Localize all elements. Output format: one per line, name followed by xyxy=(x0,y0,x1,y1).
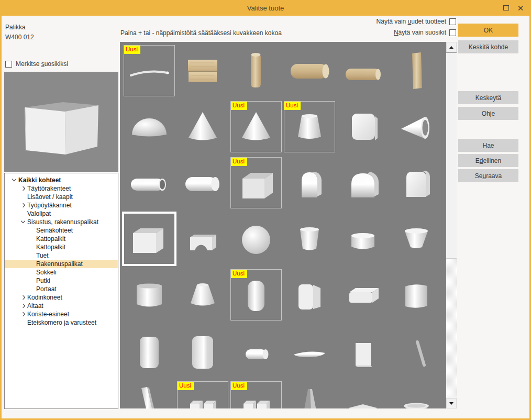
product-thumbnail-taper-narrow-bottom[interactable] xyxy=(284,214,335,264)
product-thumbnail-wood-log-horizontal[interactable] xyxy=(284,46,335,96)
product-thumbnail-cube[interactable]: Uusi xyxy=(231,158,281,208)
mark-favorite-checkbox[interactable] xyxy=(5,61,12,68)
filter-favorites-checkbox[interactable] xyxy=(449,29,456,36)
tree-item-portaat[interactable]: Portaat xyxy=(5,285,118,293)
product-thumbnail-cone[interactable]: Uusi xyxy=(231,102,281,152)
product-thumbnail-curved-panel[interactable] xyxy=(391,270,441,320)
tree-item-lisäovet-kaapit[interactable]: Lisäovet / kaapit xyxy=(5,193,118,201)
close-button[interactable]: ✕ xyxy=(513,0,528,16)
scrollbar-track[interactable] xyxy=(446,259,457,398)
product-thumbnail-sphere[interactable] xyxy=(231,214,281,264)
seuraava-button[interactable]: Seuraava xyxy=(458,169,518,182)
product-thumbnail-flat-disc[interactable] xyxy=(284,326,335,376)
product-thumbnail-cylinder-short[interactable] xyxy=(338,214,388,264)
expander-open-icon[interactable] xyxy=(11,178,18,183)
product-thumbnail-twin-boxes[interactable]: Uusi xyxy=(231,382,281,408)
tree-item-altaat[interactable]: Altaat xyxy=(5,302,118,310)
scroll-up-button[interactable] xyxy=(446,42,457,52)
filter-new-checkbox[interactable] xyxy=(449,18,456,25)
tree-item-täyttörakenteet[interactable]: Täyttörakenteet xyxy=(5,184,118,193)
product-thumbnail-flowerpot[interactable]: Uusi xyxy=(284,102,335,152)
expander-open-icon[interactable] xyxy=(20,219,27,225)
product-thumbnail-curved-rail[interactable]: Uusi xyxy=(124,46,174,96)
tree-item-eteiskomero-ja-varusteet[interactable]: Eteiskomero ja varusteet xyxy=(5,318,118,327)
product-thumbnail-rounded-box-vertical[interactable] xyxy=(284,270,335,320)
keskita-kohde-button[interactable]: Keskitä kohde xyxy=(458,40,518,53)
maximize-button[interactable] xyxy=(499,0,513,16)
product-thumbnail-arch-block-narrow[interactable] xyxy=(284,158,335,208)
product-thumbnail-rounded-prism-tall[interactable] xyxy=(124,326,174,376)
expander-closed-icon[interactable] xyxy=(20,203,27,208)
product-thumbnail-inverted-pyramid-flat[interactable] xyxy=(338,382,388,408)
arch-block-wide-icon xyxy=(338,158,388,208)
tree-item-label: Rakennuspalikat xyxy=(36,260,83,268)
product-thumbnail-arch-block-wide[interactable] xyxy=(338,158,388,208)
product-thumbnail-wood-board-vertical[interactable] xyxy=(391,46,441,96)
hae-button[interactable]: Hae xyxy=(458,139,518,152)
ohje-button[interactable]: Ohje xyxy=(458,107,518,120)
product-thumbnail-rounded-prism-wide[interactable] xyxy=(178,326,228,376)
edellinen-button[interactable]: Edellinen xyxy=(458,154,518,167)
tree-item-label: Tuet xyxy=(36,252,49,259)
product-thumbnail-pill-horizontal[interactable] xyxy=(231,326,281,376)
rounded-box-horizontal-icon xyxy=(338,270,388,320)
tree-item-koriste-esineet[interactable]: Koriste-esineet xyxy=(5,310,118,318)
tree-item-tuet[interactable]: Tuet xyxy=(5,251,118,260)
product-thumbnail-twin-boxes[interactable]: Uusi xyxy=(178,382,228,408)
tree-item-työpöytäkannet[interactable]: Työpöytäkannet xyxy=(5,201,118,209)
product-preview xyxy=(4,72,118,172)
product-thumbnail-cylinder-wide[interactable] xyxy=(124,270,174,320)
selected-product-label: Palikka W400 012 xyxy=(5,23,34,42)
tree-item-label: Valolipat xyxy=(27,210,51,217)
product-thumbnail-tube-open[interactable] xyxy=(124,158,174,208)
tree-item-sokkeli[interactable]: Sokkeli xyxy=(5,268,118,277)
tree-item-kattopalkit[interactable]: Kattopalkit xyxy=(5,243,118,251)
product-thumbnail-taper-wide-top[interactable] xyxy=(391,214,441,264)
product-thumbnail-rounded-slab[interactable] xyxy=(338,102,388,152)
expander-closed-icon[interactable] xyxy=(20,312,27,317)
expander-placeholder xyxy=(29,261,36,267)
sphere-icon xyxy=(231,214,281,264)
product-thumbnail-cylinder-horizontal[interactable] xyxy=(178,158,228,208)
tree-item-kaikki-kohteet[interactable]: Kaikki kohteet xyxy=(5,176,118,184)
tree-item-sisustus-rakennuspalikat[interactable]: Sisustus, rakennuspalikat xyxy=(5,218,118,226)
product-thumbnail-wood-log-vertical[interactable] xyxy=(231,46,281,96)
keskeyta-button[interactable]: Keskeytä xyxy=(458,91,518,104)
product-thumbnail-box[interactable] xyxy=(124,214,174,264)
tree-item-rakennuspalikat[interactable]: Rakennuspalikat xyxy=(5,260,118,268)
product-thumbnail-lampshade[interactable] xyxy=(178,270,228,320)
product-thumbnail-thin-rod-diagonal[interactable] xyxy=(391,326,441,376)
product-thumbnail-funnel-right[interactable] xyxy=(391,102,441,152)
ok-button[interactable]: OK xyxy=(458,24,518,37)
product-thumbnail-plank-diagonal[interactable] xyxy=(124,382,174,408)
tree-item-valolipat[interactable]: Valolipat xyxy=(5,209,118,218)
product-grid: UusiUusiUusiUusiUusiUusiUusi xyxy=(120,42,446,408)
product-thumbnail-rounded-box-horizontal[interactable] xyxy=(338,270,388,320)
tree-item-seinäkohteet[interactable]: Seinäkohteet xyxy=(5,226,118,235)
product-thumbnail-wood-planks[interactable] xyxy=(178,46,228,96)
tree-item-kattopalkit[interactable]: Kattopalkit xyxy=(5,235,118,243)
grid-scrollbar[interactable] xyxy=(446,42,457,408)
tree-item-putki[interactable]: Putki xyxy=(5,277,118,285)
tree-item-kodinkoneet[interactable]: Kodinkoneet xyxy=(5,293,118,302)
product-thumbnail-cylinder-vertical[interactable]: Uusi xyxy=(231,270,281,320)
new-product-badge: Uusi xyxy=(231,382,247,390)
product-thumbnail-inverted-cone[interactable] xyxy=(391,382,441,408)
product-thumbnail-bridge-arch[interactable] xyxy=(178,214,228,264)
product-thumbnail-wood-log-half[interactable] xyxy=(338,46,388,96)
product-thumbnail-cone[interactable] xyxy=(178,102,228,152)
product-thumbnail-wedge-tall[interactable] xyxy=(284,382,335,408)
new-product-badge: Uusi xyxy=(124,46,140,54)
expander-placeholder xyxy=(20,320,27,325)
expander-closed-icon[interactable] xyxy=(20,186,27,191)
scroll-down-button[interactable] xyxy=(446,398,457,408)
expander-closed-icon[interactable] xyxy=(20,303,27,308)
icon-size-hint: Paina + tai - näppäimistöltä säätääksesi… xyxy=(120,29,282,37)
product-thumbnail-flat-panel[interactable] xyxy=(338,326,388,376)
product-thumbnail-dome[interactable] xyxy=(124,102,174,152)
product-thumbnail-rounded-top-slab[interactable] xyxy=(391,158,441,208)
pill-horizontal-icon xyxy=(231,326,281,376)
scrollbar-thumb[interactable] xyxy=(446,52,457,259)
expander-closed-icon[interactable] xyxy=(20,295,27,300)
cylinder-wide-icon xyxy=(124,270,174,320)
